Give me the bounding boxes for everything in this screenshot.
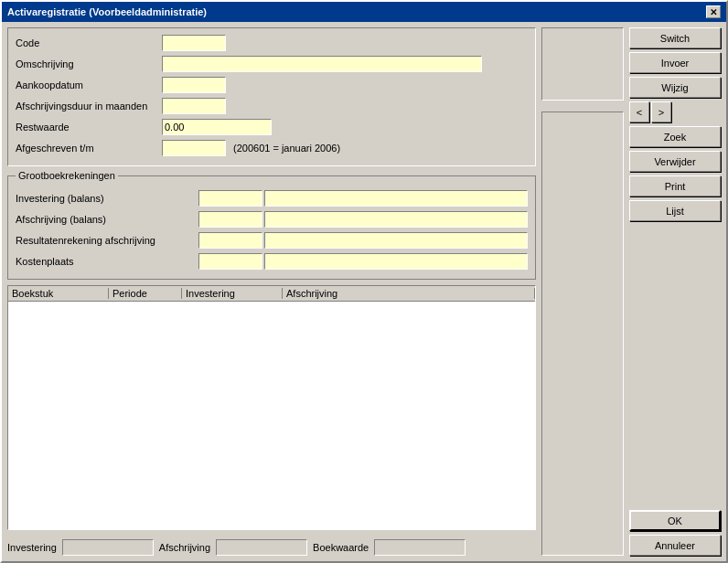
- kostenplaats-input1[interactable]: [198, 253, 262, 270]
- restwaarde-input[interactable]: [162, 119, 272, 135]
- code-label: Code: [16, 37, 162, 48]
- col-investering-header: Investering: [182, 288, 283, 299]
- nav-buttons: < >: [629, 101, 721, 122]
- side-box-top: [541, 27, 624, 101]
- zoek-button[interactable]: Zoek: [629, 126, 721, 147]
- afschrijvingsduur-row: Afschrijvingsduur in maanden: [16, 97, 528, 115]
- resultatenrekening-input1[interactable]: [198, 232, 262, 249]
- aankoopdatum-input[interactable]: [162, 77, 226, 93]
- restwaarde-row: Restwaarde: [16, 118, 528, 136]
- aankoopdatum-label: Aankoopdatum: [16, 80, 162, 90]
- switch-button[interactable]: Switch: [629, 27, 721, 48]
- aankoopdatum-row: Aankoopdatum: [16, 76, 528, 94]
- code-input[interactable]: [162, 35, 226, 51]
- afschrijving-total-label: Afschrijving: [159, 542, 210, 553]
- boekwaarde-total-label: Boekwaarde: [313, 542, 369, 553]
- table-body[interactable]: [8, 302, 535, 529]
- col-afschrijving-header: Afschrijving: [283, 288, 535, 299]
- afschrijving-balans-row: Afschrijving (balans): [16, 210, 528, 228]
- title-bar: Activaregistratie (Voorbeeldadministrati…: [2, 2, 726, 22]
- bottom-totals-row: Investering Afschrijving Boekwaarde: [7, 536, 536, 556]
- main-window: Activaregistratie (Voorbeeldadministrati…: [0, 0, 728, 563]
- resultatenrekening-label: Resultatenrekening afschrijving: [16, 235, 198, 246]
- side-box-lower: [541, 112, 624, 556]
- investering-balans-input2[interactable]: [264, 190, 528, 207]
- ok-button[interactable]: OK: [629, 510, 721, 531]
- table-panel: Boekstuk Periode Investering Afschrijvin…: [7, 285, 536, 530]
- afschrijving-balans-input1[interactable]: [198, 211, 262, 228]
- resultatenrekening-row: Resultatenrekening afschrijving: [16, 231, 528, 250]
- col-periode-header: Periode: [109, 288, 182, 299]
- afgeschreven-row: Afgeschreven t/m (200601 = januari 2006): [16, 139, 528, 157]
- close-button[interactable]: ✕: [706, 5, 721, 18]
- wijzig-button[interactable]: Wijzig: [629, 77, 721, 98]
- afschrijvingsduur-label: Afschrijvingsduur in maanden: [16, 101, 162, 112]
- boekwaarde-total-input[interactable]: [374, 539, 466, 556]
- investering-total-input[interactable]: [62, 539, 154, 556]
- afschrijving-balans-label: Afschrijving (balans): [16, 214, 198, 225]
- afgeschreven-input[interactable]: [162, 140, 226, 156]
- afschrijving-balans-input2[interactable]: [264, 211, 528, 228]
- grootboek-title: Grootboekrekeningen: [16, 170, 118, 181]
- afschrijving-balans-inputs: [198, 211, 528, 228]
- table-with-scroll: [8, 302, 535, 529]
- prev-button[interactable]: <: [629, 101, 649, 122]
- verwijder-button[interactable]: Verwijder: [629, 151, 721, 172]
- kostenplaats-label: Kostenplaats: [16, 256, 198, 267]
- investering-total-label: Investering: [7, 542, 57, 553]
- restwaarde-label: Restwaarde: [16, 122, 162, 133]
- resultatenrekening-input2[interactable]: [264, 232, 528, 249]
- investering-balans-inputs: [198, 190, 528, 207]
- investering-balans-label: Investering (balans): [16, 193, 198, 204]
- window-title: Activaregistratie (Voorbeeldadministrati…: [7, 6, 207, 17]
- annuleer-button[interactable]: Annuleer: [629, 535, 721, 556]
- form-box: Code Omschrijving Aankoopdatum Afschrijv…: [7, 27, 536, 166]
- investering-balans-row: Investering (balans): [16, 189, 528, 207]
- kostenplaats-inputs: [198, 253, 528, 270]
- afgeschreven-label: Afgeschreven t/m: [16, 143, 162, 154]
- grootboek-group: Grootboekrekeningen Investering (balans)…: [7, 175, 536, 280]
- main-panel: Code Omschrijving Aankoopdatum Afschrijv…: [7, 27, 536, 556]
- resultatenrekening-inputs: [198, 232, 528, 249]
- kostenplaats-row: Kostenplaats: [16, 252, 528, 271]
- invoer-button[interactable]: Invoer: [629, 52, 721, 73]
- table-header: Boekstuk Periode Investering Afschrijvin…: [8, 286, 535, 302]
- omschrijving-row: Omschrijving: [16, 55, 528, 73]
- afschrijving-total-input[interactable]: [216, 539, 307, 556]
- print-button[interactable]: Print: [629, 175, 721, 197]
- omschrijving-label: Omschrijving: [16, 58, 162, 69]
- kostenplaats-input2[interactable]: [264, 253, 528, 270]
- omschrijving-input[interactable]: [162, 56, 482, 72]
- next-button[interactable]: >: [651, 101, 671, 122]
- right-button-panel: Switch Invoer Wijzig < > Zoek Verwijder …: [629, 27, 721, 556]
- afgeschreven-hint: (200601 = januari 2006): [233, 143, 340, 154]
- code-row: Code: [16, 34, 528, 52]
- lijst-button[interactable]: Lijst: [629, 200, 721, 221]
- side-panels: [541, 27, 624, 556]
- col-boekstuk-header: Boekstuk: [8, 288, 109, 299]
- afschrijvingsduur-input[interactable]: [162, 98, 226, 114]
- investering-balans-input1[interactable]: [198, 190, 262, 207]
